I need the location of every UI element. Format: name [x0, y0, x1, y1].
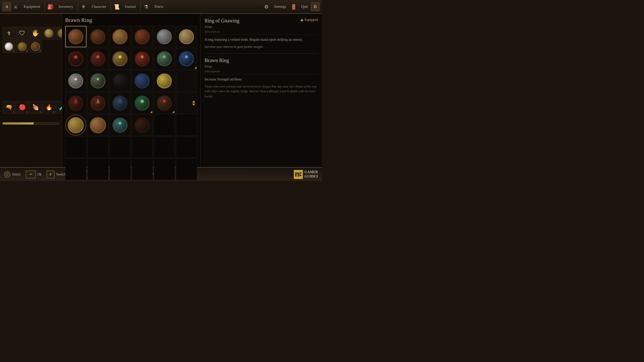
ring-item-33[interactable] [109, 137, 131, 158]
ring-item-36[interactable] [176, 137, 197, 158]
ring-item-14[interactable] [87, 70, 109, 92]
ring-item-13[interactable] [65, 70, 87, 92]
nav-character-btn[interactable]: Character [88, 3, 110, 10]
ring-item-35[interactable] [154, 137, 175, 158]
nav-left-key[interactable]: A [3, 3, 11, 11]
switch-panels-key-btn[interactable]: F [47, 170, 55, 178]
panel-title: Brawn Ring [65, 17, 197, 23]
stats-section: Stats LVL 83 💀 💪 Strength 13 ⚡ Agility 1… [3, 132, 59, 167]
ring-item-9[interactable] [109, 48, 131, 69]
select-key-btn[interactable]: □ [4, 171, 11, 178]
ring-item-12[interactable] [176, 48, 197, 69]
ring-item-11[interactable] [154, 48, 175, 69]
ring-item-22[interactable] [132, 92, 153, 114]
armour-slot-ring2[interactable] [19, 77, 34, 93]
gamer-guides-logo: GAMER GUIDES [294, 170, 318, 179]
ring-item-4[interactable] [132, 26, 153, 47]
gg-logo-icon [294, 170, 303, 179]
item-card-ring-of-gnawing: Ring of Gnawing Equipped Rings Descripti… [205, 18, 318, 54]
nav-tincts-btn[interactable]: Tincts [151, 3, 167, 10]
nav-settings-icon: ⚙ [262, 2, 271, 11]
gg-label: GAMER GUIDES [304, 170, 318, 179]
weapon-slot-3[interactable]: 🖐 [29, 27, 42, 39]
item-desc-label-brawn: Description [205, 69, 318, 75]
ring-item-30[interactable] [176, 114, 197, 136]
armour-slot-legs[interactable]: 👢 [51, 61, 62, 76]
scroll-up-arrow[interactable] [192, 101, 195, 103]
ring-item-1[interactable] [65, 26, 87, 47]
armour-slot-chest[interactable]: 🛡 [19, 61, 34, 76]
ring-item-29[interactable] [154, 114, 175, 136]
ring-item-16[interactable] [132, 70, 153, 92]
ring-item-7[interactable] [65, 48, 87, 69]
nav-equipment-btn[interactable]: Equipment [20, 3, 44, 10]
quick-slot-5[interactable]: 🧪 3 [56, 101, 62, 114]
ring-item-38[interactable] [87, 159, 109, 180]
svg-rect-4 [298, 172, 299, 176]
ring-item-37[interactable] [65, 159, 87, 180]
stats-header: Stats LVL 83 💀 [3, 132, 59, 145]
ok-key-btn[interactable]: ↩ [26, 170, 36, 178]
ring-item-40[interactable] [132, 159, 153, 180]
ring-item-32[interactable] [87, 137, 109, 158]
quick-slot-2[interactable]: 🔴 2 [16, 101, 28, 114]
armour-slot-ring3[interactable] [35, 77, 50, 93]
nav-settings-btn[interactable]: Settings [271, 3, 289, 10]
stat-agility: ⚡ Agility 16 [3, 154, 59, 160]
ring-item-27[interactable] [109, 114, 131, 136]
nav-tincts-icon: ⚗ [142, 2, 151, 11]
ring-item-42[interactable] [176, 159, 197, 180]
armour-slot-ring1[interactable] [3, 77, 18, 93]
nav-right-key[interactable]: D [311, 3, 319, 11]
armour-slot-head[interactable]: 🪖 [3, 61, 18, 76]
item-card-brawn-ring: Brawn Ring Rings Description Increase St… [205, 58, 318, 103]
ring-slot-5[interactable]: 5 [29, 40, 42, 53]
ring-item-3[interactable] [109, 26, 131, 47]
scroll-down-arrow[interactable] [192, 104, 195, 106]
ring-item-28[interactable] [132, 114, 153, 136]
stats-title: Stats [3, 136, 10, 140]
item-header-brawn: Brawn Ring [205, 58, 318, 63]
ring-item-8[interactable] [87, 48, 109, 69]
ring-item-19[interactable] [65, 92, 87, 114]
ring-item-18[interactable] [176, 70, 197, 92]
armour-title: Armour [3, 55, 59, 59]
ring-item-15[interactable] [109, 70, 131, 92]
ring-item-34[interactable] [132, 137, 153, 158]
weapons-title: Weapons [3, 18, 59, 22]
ring-item-20[interactable] [87, 92, 109, 114]
left-panel: Weapons 🗡 🛡 🖐 3 [0, 14, 62, 167]
weapon-slot-1[interactable]: 🗡 [3, 27, 15, 39]
ring-item-39[interactable] [109, 159, 131, 180]
ring-item-17[interactable] [154, 70, 175, 92]
nav-inventory-btn[interactable]: Inventory [55, 3, 77, 10]
item-description-gnawing: A ring featuring a veined tooth. Regain … [205, 37, 318, 42]
ring-item-21[interactable] [109, 92, 131, 114]
ring-item-10[interactable] [132, 48, 153, 69]
ring-item-25[interactable] [65, 114, 87, 136]
svg-rect-7 [300, 175, 301, 176]
ring-item-2[interactable] [87, 26, 109, 47]
ring-item-23[interactable] [154, 92, 175, 114]
ring-slot-2[interactable] [56, 27, 62, 39]
nav-quit-btn[interactable]: Quit [298, 3, 311, 10]
weapon-slot-2[interactable]: 🛡 [16, 27, 28, 39]
ring-item-41[interactable] [154, 159, 175, 180]
weapons-grid: 🗡 🛡 🖐 3 4 5 [3, 27, 59, 53]
endurance-icon: 🛡 [3, 161, 7, 166]
ring-item-31[interactable] [65, 137, 87, 158]
armour-slot-hands[interactable]: 🧤 [35, 61, 50, 76]
quick-slot-1[interactable]: 🔫 1 [3, 101, 15, 114]
ring-item-5[interactable] [154, 26, 175, 47]
svg-rect-3 [297, 175, 298, 176]
svg-rect-6 [300, 174, 301, 174]
ring-slot-4[interactable]: 4 [16, 40, 28, 53]
nav-journal-btn[interactable]: Journal [121, 3, 139, 10]
item-type-brawn: Rings [205, 64, 318, 68]
ring-slot-1[interactable] [43, 27, 55, 39]
ring-slot-3[interactable]: 3 [3, 40, 15, 53]
quick-slot-3[interactable]: 🍖 6 [29, 101, 42, 114]
quick-slot-4[interactable]: 🔥 6 [43, 101, 55, 114]
ring-item-6[interactable] [176, 26, 197, 47]
ring-item-26[interactable] [87, 114, 109, 136]
